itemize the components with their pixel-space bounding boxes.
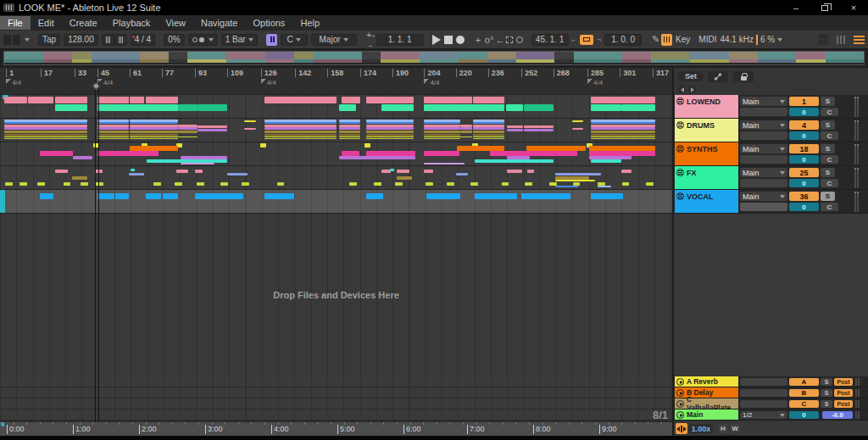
ruler-bar-236[interactable]: 236 <box>488 69 504 77</box>
clip[interactable] <box>424 170 433 173</box>
clip[interactable] <box>460 131 471 133</box>
follow-button[interactable]: +-- <box>365 30 376 50</box>
clip[interactable] <box>507 170 522 173</box>
track-input-field[interactable] <box>740 203 787 211</box>
clip[interactable] <box>424 127 460 130</box>
crossfade-button[interactable]: C <box>821 108 838 116</box>
clip[interactable] <box>366 151 415 156</box>
loop-start-field[interactable]: 45. 1. 1 <box>531 34 569 46</box>
computer-midi-keyboard-button[interactable] <box>661 34 672 46</box>
clip[interactable] <box>129 173 144 175</box>
clip[interactable] <box>242 182 249 186</box>
clip[interactable] <box>264 136 337 137</box>
clip[interactable] <box>366 97 414 103</box>
clip[interactable] <box>366 138 414 139</box>
clip[interactable] <box>591 138 655 139</box>
track-name-block[interactable]: DRUMS <box>675 119 738 142</box>
ruler-bar-109[interactable]: 109 <box>227 69 243 77</box>
clip[interactable] <box>622 182 630 186</box>
clip[interactable] <box>366 136 414 137</box>
return-letter-box[interactable]: B <box>789 389 819 397</box>
root-note-menu[interactable]: C <box>281 34 308 46</box>
clip[interactable] <box>37 182 45 186</box>
clip[interactable] <box>4 131 87 133</box>
crossfade-button[interactable]: C <box>821 179 838 187</box>
clip[interactable] <box>524 104 554 111</box>
clip[interactable] <box>473 127 504 130</box>
clip[interactable] <box>366 131 414 133</box>
clip[interactable] <box>390 169 394 171</box>
time-signature-marker[interactable]: 4/4 <box>6 79 21 86</box>
clip[interactable] <box>0 190 5 213</box>
clip[interactable] <box>366 193 383 199</box>
volume-box[interactable]: 0 <box>789 411 819 419</box>
clip[interactable] <box>426 193 460 199</box>
clip[interactable] <box>130 127 178 130</box>
clip[interactable] <box>130 136 178 137</box>
clip[interactable] <box>97 131 129 133</box>
clip[interactable] <box>130 97 144 103</box>
clip[interactable] <box>475 159 554 163</box>
solo-button[interactable]: S <box>821 144 835 153</box>
zoom-to-fit-button[interactable] <box>708 71 728 82</box>
clip[interactable] <box>178 136 198 137</box>
clip[interactable] <box>572 120 583 122</box>
track-height-button[interactable]: H <box>718 424 728 433</box>
clip[interactable] <box>4 136 87 137</box>
solo-button[interactable]: S <box>821 168 835 177</box>
clip[interactable] <box>591 104 621 111</box>
clip[interactable] <box>586 173 600 175</box>
clip[interactable] <box>198 104 227 111</box>
clip[interactable] <box>456 173 468 175</box>
clip[interactable] <box>473 136 504 137</box>
menu-item-view[interactable]: View <box>158 16 193 30</box>
loop-button[interactable] <box>580 35 593 45</box>
zoom-amount-field[interactable]: 1.00x <box>689 424 713 433</box>
clip[interactable] <box>130 131 178 133</box>
output-routing-select[interactable]: Main <box>740 144 787 153</box>
metronome-button[interactable] <box>188 34 218 46</box>
clip[interactable] <box>374 182 381 186</box>
clip[interactable] <box>339 156 415 159</box>
clip[interactable] <box>81 182 88 186</box>
prev-marker-button[interactable] <box>678 86 686 93</box>
clip[interactable] <box>424 136 460 137</box>
clip[interactable] <box>97 138 129 139</box>
clip[interactable] <box>55 104 87 111</box>
track-input-field[interactable] <box>740 155 787 164</box>
clip[interactable] <box>473 138 504 139</box>
return-name-block[interactable]: C ValhallaPlate <box>675 398 738 409</box>
ruler-bar-33[interactable]: 33 <box>75 69 86 77</box>
clip[interactable] <box>591 131 655 133</box>
ruler-bar-174[interactable]: 174 <box>360 69 376 77</box>
clip[interactable] <box>507 125 523 128</box>
clip[interactable] <box>178 127 198 130</box>
quantize-menu[interactable]: 1 Bar <box>221 34 258 46</box>
nudge-up-button[interactable] <box>114 34 127 46</box>
post-button[interactable]: Post <box>834 400 853 408</box>
clip[interactable] <box>395 182 403 186</box>
clip[interactable] <box>198 125 227 128</box>
clip[interactable] <box>244 120 256 122</box>
menu-item-options[interactable]: Options <box>245 16 292 30</box>
ruler-bar-1[interactable]: 1 <box>6 69 14 77</box>
arrangement-overview[interactable] <box>3 51 865 65</box>
ruler-bar-268[interactable]: 268 <box>554 69 570 77</box>
clip[interactable] <box>366 127 414 130</box>
main-name-block[interactable]: Main <box>675 409 738 420</box>
clip[interactable] <box>507 129 523 131</box>
clip[interactable] <box>195 193 243 199</box>
menu-icon[interactable] <box>854 36 865 44</box>
clip[interactable] <box>621 104 655 111</box>
ruler-bar-45[interactable]: 45 <box>97 69 109 77</box>
ruler-bar-126[interactable]: 126 <box>261 69 277 77</box>
clip[interactable] <box>526 146 587 151</box>
ruler-bar-77[interactable]: 77 <box>162 69 174 77</box>
groove-amount-field[interactable]: 0% <box>164 34 184 46</box>
time-signature-field[interactable]: 4 / 4 <box>131 34 155 46</box>
clip[interactable] <box>364 143 370 148</box>
clip[interactable] <box>525 182 532 186</box>
clip[interactable] <box>598 186 611 188</box>
ruler-bar-204[interactable]: 204 <box>424 69 440 77</box>
clip[interactable] <box>460 127 471 130</box>
